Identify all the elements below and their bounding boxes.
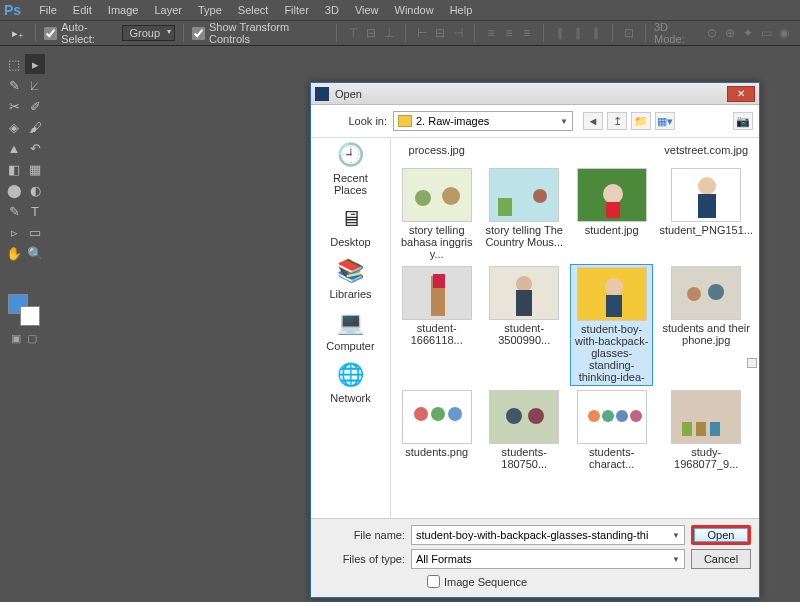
- svg-point-29: [506, 408, 522, 424]
- tool-eyedropper[interactable]: ✐: [25, 96, 45, 116]
- menu-3d[interactable]: 3D: [317, 2, 347, 18]
- nav-up-icon[interactable]: ↥: [607, 112, 627, 130]
- filetype-input[interactable]: All Formats▼: [411, 549, 685, 569]
- mode-icons[interactable]: ⊙⊕✦▭◉: [704, 25, 792, 41]
- distribute-group-2[interactable]: ∥∥∥: [552, 25, 604, 41]
- menubar: Ps File Edit Image Layer Type Select Fil…: [0, 0, 800, 20]
- file-item[interactable]: story telling bahasa inggris y...: [395, 166, 478, 262]
- nav-thumb-icon[interactable]: 📷: [733, 112, 753, 130]
- menu-image[interactable]: Image: [100, 2, 147, 18]
- filename-input[interactable]: student-boy-with-backpack-glasses-standi…: [411, 525, 685, 545]
- cancel-button[interactable]: Cancel: [691, 549, 751, 569]
- menu-select[interactable]: Select: [230, 2, 277, 18]
- tool-path[interactable]: ▹: [4, 222, 24, 242]
- tool-gradient[interactable]: ▦: [25, 159, 45, 179]
- svg-rect-21: [672, 266, 740, 320]
- ps-small-icon: [315, 87, 329, 101]
- open-button[interactable]: Open: [691, 525, 751, 545]
- menu-window[interactable]: Window: [387, 2, 442, 18]
- color-swatches[interactable]: [2, 290, 46, 328]
- lookin-row: Look in: 2. Raw-images ▼ ◄ ↥ 📁 ▦▾ 📷: [311, 105, 759, 138]
- file-item[interactable]: process.jpg: [395, 142, 478, 164]
- file-item[interactable]: students-charact...: [570, 388, 653, 472]
- tool-history[interactable]: ↶: [25, 138, 45, 158]
- move-tool-icon[interactable]: ▸₊: [8, 23, 27, 43]
- svg-point-33: [602, 410, 614, 422]
- file-item[interactable]: students and their phone.jpg: [657, 264, 755, 386]
- place-computer[interactable]: 💻Computer: [316, 308, 386, 352]
- file-item: [570, 142, 653, 164]
- svg-point-16: [516, 276, 532, 292]
- show-transform-check[interactable]: Show Transform Controls: [192, 21, 328, 45]
- file-item[interactable]: vetstreet.com.jpg: [657, 142, 755, 164]
- menu-filter[interactable]: Filter: [276, 2, 316, 18]
- tool-crop[interactable]: ✂: [4, 96, 24, 116]
- svg-point-2: [442, 187, 460, 205]
- svg-point-26: [431, 407, 445, 421]
- places-bar: 🕘Recent Places 🖥Desktop 📚Libraries 💻Comp…: [311, 138, 391, 518]
- tool-marquee[interactable]: ⬚: [4, 54, 24, 74]
- auto-select-check[interactable]: Auto-Select:: [44, 21, 118, 45]
- close-button[interactable]: ✕: [727, 86, 755, 102]
- tool-lasso[interactable]: ✎: [4, 75, 24, 95]
- tool-zoom[interactable]: 🔍: [25, 243, 45, 263]
- tool-blur[interactable]: ⬤: [4, 180, 24, 200]
- menu-view[interactable]: View: [347, 2, 387, 18]
- place-libraries[interactable]: 📚Libraries: [316, 256, 386, 300]
- file-item[interactable]: student-3500990...: [482, 264, 565, 386]
- quickmask-screenmode[interactable]: ▣▢: [4, 332, 44, 346]
- background-swatch[interactable]: [20, 306, 40, 326]
- tool-brush[interactable]: 🖌: [25, 117, 45, 137]
- svg-point-5: [533, 189, 547, 203]
- file-item[interactable]: student.jpg: [570, 166, 653, 262]
- place-desktop[interactable]: 🖥Desktop: [316, 204, 386, 248]
- tool-eraser[interactable]: ◧: [4, 159, 24, 179]
- svg-point-1: [415, 190, 431, 206]
- tool-quickselect[interactable]: ⟀: [25, 75, 45, 95]
- menu-file[interactable]: File: [31, 2, 65, 18]
- tool-move[interactable]: ▸: [25, 54, 45, 74]
- menu-layer[interactable]: Layer: [146, 2, 190, 18]
- file-item[interactable]: students.png: [395, 388, 478, 472]
- nav-back-icon[interactable]: ◄: [583, 112, 603, 130]
- file-item[interactable]: student_PNG151...: [657, 166, 755, 262]
- place-recent[interactable]: 🕘Recent Places: [316, 140, 386, 196]
- toolbar: ⬚ ▸ ✎ ⟀ ✂ ✐ ◈ 🖌 ▲ ↶ ◧ ▦ ⬤ ◐ ✎ T ▹ ▭ ✋ 🔍: [2, 52, 46, 265]
- image-sequence-check[interactable]: Image Sequence: [427, 575, 751, 588]
- dialog-title: Open: [335, 88, 362, 100]
- svg-point-7: [603, 184, 623, 204]
- svg-rect-11: [698, 194, 716, 218]
- align-group-1[interactable]: ⊤⊟⊥: [345, 25, 397, 41]
- nav-views-icon[interactable]: ▦▾: [655, 112, 675, 130]
- menu-type[interactable]: Type: [190, 2, 230, 18]
- folder-combo[interactable]: 2. Raw-images ▼: [393, 111, 573, 131]
- tool-type[interactable]: T: [25, 201, 45, 221]
- place-network[interactable]: 🌐Network: [316, 360, 386, 404]
- svg-rect-8: [606, 202, 620, 218]
- svg-point-30: [528, 408, 544, 424]
- file-item-selected[interactable]: student-boy-with-backpack-glasses-standi…: [570, 264, 653, 386]
- tool-shape[interactable]: ▭: [25, 222, 45, 242]
- tool-dodge[interactable]: ◐: [25, 180, 45, 200]
- file-item[interactable]: students-180750...: [482, 388, 565, 472]
- file-item[interactable]: study-1968077_9...: [657, 388, 755, 472]
- nav-newfolder-icon[interactable]: 📁: [631, 112, 651, 130]
- file-item[interactable]: story telling The Country Mous...: [482, 166, 565, 262]
- distribute-group-1[interactable]: ≡≡≡: [483, 25, 535, 41]
- dialog-titlebar[interactable]: Open ✕: [311, 83, 759, 105]
- folder-name: 2. Raw-images: [416, 115, 489, 127]
- align-group-2[interactable]: ⊢⊟⊣: [414, 25, 466, 41]
- tool-heal[interactable]: ◈: [4, 117, 24, 137]
- tool-hand[interactable]: ✋: [4, 243, 24, 263]
- file-item[interactable]: student-1666118...: [395, 264, 478, 386]
- menu-edit[interactable]: Edit: [65, 2, 100, 18]
- tool-stamp[interactable]: ▲: [4, 138, 24, 158]
- tool-pen[interactable]: ✎: [4, 201, 24, 221]
- svg-rect-14: [433, 274, 445, 288]
- auto-select-combo[interactable]: Group: [122, 25, 175, 41]
- scroll-indicator[interactable]: [747, 358, 757, 368]
- menu-help[interactable]: Help: [442, 2, 481, 18]
- distribute-group-3[interactable]: ⊡: [621, 25, 637, 41]
- file-browser[interactable]: process.jpg vetstreet.com.jpg story tell…: [391, 138, 759, 518]
- mode-label: 3D Mode:: [654, 21, 700, 45]
